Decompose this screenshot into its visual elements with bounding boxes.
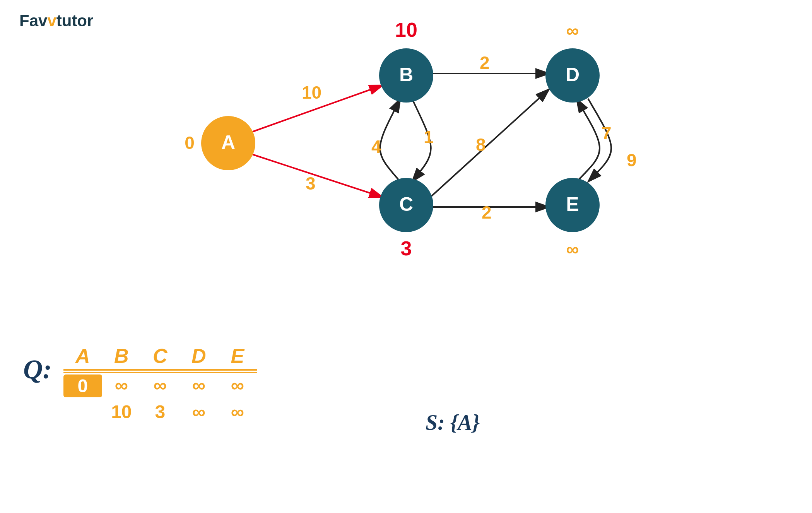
cell-e-row1: ∞ — [218, 374, 257, 397]
node-c-label: C — [399, 193, 413, 215]
cell-d-row1: ∞ — [179, 374, 218, 397]
table-area: Q: A B C D E 0 ∞ ∞ ∞ ∞ 10 3 ∞ ∞ — [23, 344, 257, 422]
edge-c-d — [430, 89, 549, 197]
table-headers: A B C D E — [63, 344, 257, 368]
cell-d-row2: ∞ — [179, 401, 218, 422]
divider2 — [63, 372, 257, 373]
q-label: Q: — [23, 356, 52, 383]
header-d: D — [179, 344, 218, 368]
dist-d: ∞ — [566, 21, 579, 41]
cell-b-row1: ∞ — [102, 374, 141, 397]
node-d-label: D — [566, 64, 580, 86]
header-b: B — [102, 344, 141, 368]
cell-b-row2: 10 — [102, 401, 141, 422]
cell-a-row2 — [63, 401, 102, 422]
header-c: C — [141, 344, 179, 368]
table-row1: 0 ∞ ∞ ∞ ∞ — [63, 374, 257, 397]
weight-cb: 4 — [371, 137, 381, 157]
header-a: A — [63, 344, 102, 368]
weight-ab: 10 — [302, 82, 321, 103]
node-b-label: B — [399, 64, 413, 86]
node-a-label: A — [221, 132, 235, 153]
weight-bd: 2 — [480, 53, 490, 73]
dist-c: 3 — [401, 237, 412, 260]
weight-cd: 8 — [476, 135, 486, 155]
weight-ce: 2 — [482, 202, 492, 222]
cell-e-row2: ∞ — [218, 401, 257, 422]
node-e-label: E — [566, 193, 579, 215]
weight-ed: 7 — [602, 123, 612, 143]
cell-c-row1: ∞ — [141, 374, 179, 397]
dist-table: A B C D E 0 ∞ ∞ ∞ ∞ 10 3 ∞ ∞ — [63, 344, 257, 422]
weight-bc: 1 — [424, 127, 434, 147]
dist-e: ∞ — [566, 239, 579, 259]
cell-c-row2: 3 — [141, 401, 179, 422]
header-e: E — [218, 344, 257, 368]
divider1 — [63, 369, 257, 371]
weight-ac: 3 — [306, 173, 316, 193]
weight-de: 9 — [627, 150, 637, 170]
graph-canvas: A B C D E 0 10 3 ∞ ∞ 10 3 2 1 4 8 2 7 9 — [0, 0, 812, 348]
cell-a-row1: 0 — [63, 374, 102, 397]
dist-b: 10 — [395, 19, 417, 41]
table-row2: 10 3 ∞ ∞ — [63, 401, 257, 422]
edge-c-b — [380, 99, 401, 182]
s-set-label: S: {A} — [426, 410, 480, 435]
dist-a: 0 — [185, 133, 195, 153]
